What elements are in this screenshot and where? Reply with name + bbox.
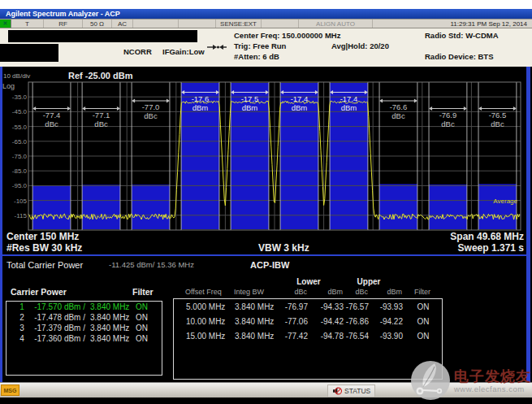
- svg-text:-55.0: -55.0: [12, 124, 28, 131]
- svg-text:-76.9: -76.9: [439, 111, 457, 119]
- ifgain-label: IFGain:Low: [162, 47, 205, 56]
- annunciator-cells: TRF50 ΩACSENSE:EXTALIGN AUTO: [11, 20, 373, 28]
- vbw-label: VBW 3 kHz: [258, 242, 309, 254]
- results-separator: [2, 254, 529, 256]
- annunciator-rf: RF: [44, 20, 83, 28]
- offset-upper_dbm: -94.22: [369, 317, 403, 327]
- carrier-bw: 3.840 MHz: [90, 313, 131, 322]
- total-carrier-power-label: Total Carrier Power: [6, 260, 83, 270]
- speaker-mute-icon: [332, 386, 342, 396]
- offset-table: 5.000 MHz3.840 MHz-76.97-94.33-76.57-93.…: [173, 298, 443, 380]
- annunciator-blank: [179, 20, 216, 28]
- window-title: Agilent Spectrum Analyzer - ACP: [6, 10, 120, 18]
- trigger-icon: [207, 43, 227, 51]
- annunciator-bar: ✕ TRF50 ΩACSENSE:EXTALIGN AUTO 11:29:31 …: [0, 19, 532, 28]
- offset-upper_dbc: -76.86: [336, 317, 369, 327]
- annunciator-blank: [262, 20, 299, 28]
- offset-integ_bw: 3.840 MHz: [235, 317, 279, 327]
- offset-offset: 10.00 MHz: [186, 317, 235, 327]
- offset-upper_dbm: -93.93: [369, 302, 403, 312]
- svg-text:dBc: dBc: [94, 119, 108, 128]
- status-label: STATUS: [344, 387, 370, 395]
- carrier-filter: ON: [136, 324, 155, 332]
- annunciator-t: T: [11, 20, 44, 28]
- carrier-filter: ON: [136, 313, 155, 322]
- offset-row-2: 10.00 MHz3.840 MHz-77.06-94.42-76.86-94.…: [174, 317, 442, 332]
- measurement-mode-label: ACP-IBW: [250, 260, 289, 270]
- status-indicator: STATUS: [327, 384, 375, 397]
- ncorr-label: NCORR: [123, 47, 152, 56]
- svg-text:-77.4: -77.4: [43, 111, 61, 119]
- upper-group-header: Upper: [353, 277, 385, 286]
- offset-offset: 15.00 MHz: [186, 332, 235, 341]
- offset-integ_bw: 3.840 MHz: [235, 302, 279, 312]
- instrument-screenshot: Agilent Spectrum Analyzer - ACP ✕ TRF50 …: [0, 0, 532, 404]
- carrier-row-1: 1-17.570 dBm /3.840 MHzON: [6, 302, 162, 313]
- svg-text:-65.0: -65.0: [12, 138, 28, 146]
- svg-text:-77.1: -77.1: [93, 111, 110, 119]
- avg-hold-label: Avg|Hold: 20/20: [331, 41, 389, 50]
- watermark: 电子发烧友 www.elecfans.com: [410, 358, 532, 402]
- svg-text:-76.6: -76.6: [390, 102, 408, 111]
- svg-text:dBm: dBm: [341, 103, 357, 112]
- carrier-bw: 3.840 MHz: [90, 324, 131, 332]
- carrier-filter-header: Filter: [132, 287, 154, 297]
- carrier-table: 1-17.570 dBm /3.840 MHzON2-17.478 dBm /3…: [6, 301, 162, 376]
- offset-filter: ON: [413, 332, 434, 341]
- offset-row-3: 15.00 MHz3.840 MHz-77.42-94.78-76.54-93.…: [174, 332, 442, 346]
- svg-text:-17.5: -17.5: [241, 94, 259, 103]
- offset-col-header-4: dBc: [335, 288, 368, 296]
- offset-col-header-0: Offset Freq: [185, 288, 234, 296]
- offset-col-header-1: Integ BW: [234, 288, 279, 296]
- carrier-index: 2: [15, 313, 29, 322]
- svg-text:dBm: dBm: [192, 103, 209, 112]
- carrier-index: 3: [15, 324, 29, 332]
- svg-text:-17.4: -17.4: [291, 94, 309, 103]
- offset-upper_dbc: -76.54: [336, 332, 369, 341]
- offset-col-header-6: Filter: [412, 288, 433, 296]
- offset-integ_bw: 3.840 MHz: [235, 332, 279, 341]
- offset-filter: ON: [413, 302, 434, 312]
- span-label: Span 49.68 MHz: [450, 231, 524, 242]
- center-freq-label: Center Freq: 150.000000 MHz: [234, 31, 340, 40]
- svg-text:-85.0: -85.0: [12, 167, 28, 175]
- res-bw-label: #Res BW 30 kHz: [6, 242, 82, 254]
- radio-std-label: Radio Std: W-CDMA: [425, 31, 499, 40]
- carrier-power: -17.570 dBm /: [31, 302, 85, 311]
- annunciator-50-: 50 Ω: [83, 20, 112, 28]
- carrier-power: -17.360 dBm /: [31, 334, 85, 343]
- carrier-filter: ON: [136, 334, 155, 343]
- svg-text:-17.4: -17.4: [340, 94, 358, 103]
- datetime-label: 11:29:31 PM Sep 12, 2014: [373, 20, 532, 28]
- carrier-power-header: Carrier Power: [11, 287, 67, 297]
- svg-text:-105: -105: [14, 198, 28, 205]
- radio-device-label: Radio Device: BTS: [425, 52, 493, 61]
- svg-text:dBc: dBc: [144, 111, 158, 120]
- annunciator-sense-ext: SENSE:EXT: [216, 20, 262, 28]
- svg-text:Average: Average: [493, 198, 517, 205]
- msg-badge: MSG: [1, 384, 19, 396]
- carrier-index: 1: [15, 302, 29, 311]
- sweep-label: Sweep 1.371 s: [458, 242, 524, 254]
- svg-text:dBm: dBm: [242, 103, 258, 112]
- carrier-power: -17.379 dBm /: [31, 324, 85, 332]
- carrier-power: -17.478 dBm /: [31, 313, 85, 322]
- carrier-filter: ON: [136, 302, 155, 311]
- offset-filter: ON: [413, 317, 434, 327]
- offset-row-1: 5.000 MHz3.840 MHz-76.97-94.33-76.57-93.…: [174, 302, 442, 317]
- annotation-blackout-1: [8, 30, 197, 42]
- svg-text:-95.0: -95.0: [12, 182, 28, 189]
- svg-text:-77.0: -77.0: [142, 102, 160, 111]
- elecfans-leaf-logo-icon: [410, 360, 451, 401]
- offset-lower_dbc: -77.06: [275, 317, 308, 327]
- annunciator-blank: [133, 20, 179, 28]
- watermark-name: 电子发烧友: [454, 368, 531, 384]
- svg-text:-76.5: -76.5: [489, 111, 507, 119]
- watermark-url: www.elecfans.com: [454, 384, 531, 393]
- lower-group-header: Lower: [292, 277, 325, 286]
- offset-col-header-2: dBc: [275, 288, 307, 296]
- svg-text:-17.6: -17.6: [192, 94, 210, 103]
- annunciator-align-auto: ALIGN AUTO: [299, 20, 373, 28]
- display-area: 10 dB/div Ref -25.00 dBm Log -17.6dBm-17…: [0, 67, 532, 382]
- total-carrier-power-value: -11.425 dBm/ 15.36 MHz: [109, 260, 194, 269]
